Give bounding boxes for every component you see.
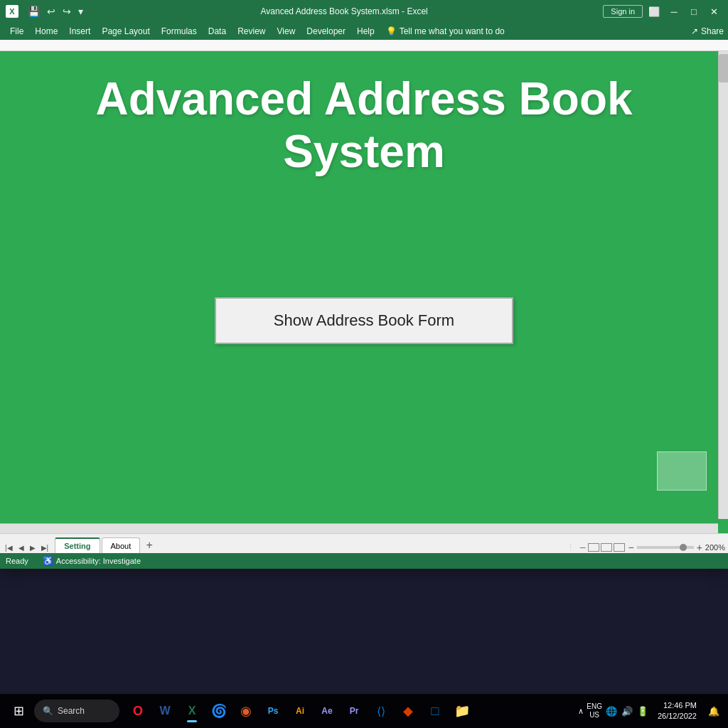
- zoom-plus-icon[interactable]: +: [697, 542, 702, 553]
- window-title: Avanced Address Book System.xlsm - Excel: [85, 6, 603, 16]
- taskbar-file-explorer[interactable]: 📁: [449, 698, 475, 724]
- sheet-content: Advanced Address Book System Show Addres…: [0, 51, 728, 533]
- zoom-level: 200%: [705, 543, 725, 552]
- maximize-button[interactable]: □: [685, 3, 702, 20]
- spreadsheet-area: Advanced Address Book System Show Addres…: [0, 51, 728, 533]
- horizontal-scrollbar[interactable]: [0, 523, 718, 533]
- tell-me-text: Tell me what you want to do: [400, 26, 505, 36]
- taskbar-search-label: Search: [58, 706, 85, 716]
- menu-file[interactable]: File: [4, 25, 29, 38]
- status-bar: Ready ♿ Accessibility: Investigate: [0, 553, 728, 569]
- tab-about[interactable]: About: [102, 537, 141, 553]
- chevron-icon[interactable]: ∧: [578, 707, 584, 716]
- share-label[interactable]: Share: [701, 26, 724, 36]
- share-area: ↗ Share: [691, 26, 724, 36]
- taskbar-vscode[interactable]: ⟨⟩: [368, 698, 394, 724]
- menu-page-layout[interactable]: Page Layout: [96, 25, 155, 38]
- zoom-area: ─ − + 200%: [580, 542, 725, 553]
- quick-access: 💾 ↩ ↪ ▾: [26, 4, 85, 18]
- taskbar-illustrator[interactable]: Ai: [287, 698, 313, 724]
- taskbar-photoshop[interactable]: Ps: [260, 698, 286, 724]
- language-indicator[interactable]: ENG US: [587, 702, 602, 719]
- ribbon-display-button[interactable]: ⬜: [646, 3, 663, 20]
- taskbar-excel[interactable]: X: [179, 698, 205, 724]
- notification-icon[interactable]: 🔔: [705, 703, 722, 719]
- small-rectangle: [657, 451, 707, 491]
- desktop: X 💾 ↩ ↪ ▾ Avanced Address Book System.xl…: [0, 0, 728, 728]
- menu-bar: File Home Insert Page Layout Formulas Da…: [0, 23, 728, 40]
- add-sheet-button[interactable]: +: [141, 537, 157, 553]
- volume-icon[interactable]: 🔊: [621, 705, 633, 717]
- start-button[interactable]: ⊞: [6, 698, 31, 724]
- sheet-nav-next[interactable]: ▶: [28, 542, 38, 553]
- app-title: Advanced Address Book System: [14, 73, 714, 178]
- redo-icon[interactable]: ↪: [60, 4, 73, 18]
- lightbulb-icon: 💡: [386, 26, 397, 36]
- taskbar-aftereffects[interactable]: Ae: [314, 698, 340, 724]
- network-icon[interactable]: 🌐: [605, 705, 618, 717]
- taskbar-opera[interactable]: O: [125, 698, 151, 724]
- taskbar-search-box[interactable]: 🔍 Search: [34, 700, 119, 722]
- taskbar-word[interactable]: W: [152, 698, 178, 724]
- tell-me-box[interactable]: 💡 Tell me what you want to do: [386, 26, 505, 36]
- sheet-tabs-right: ⋮ ─ − + 200%: [567, 542, 725, 553]
- sheet-nav: |◀ ◀ ▶ ▶|: [3, 542, 50, 553]
- taskbar-app11[interactable]: ◆: [395, 698, 421, 724]
- menu-view[interactable]: View: [272, 25, 301, 38]
- excel-icon: X: [6, 5, 18, 18]
- tab-about-label: About: [111, 542, 132, 550]
- menu-home[interactable]: Home: [29, 25, 63, 38]
- accessibility-label[interactable]: Accessibility: Investigate: [56, 557, 141, 565]
- view-page-break-icon[interactable]: [601, 543, 612, 552]
- save-icon[interactable]: 💾: [26, 4, 42, 18]
- vertical-scrollbar[interactable]: [718, 51, 728, 519]
- minimize-button[interactable]: ─: [665, 3, 682, 20]
- vertical-scroll-thumb[interactable]: [719, 54, 728, 82]
- show-address-book-form-button[interactable]: Show Address Book Form: [215, 297, 513, 344]
- system-tray: ∧ ENG US 🌐 🔊 🔋: [578, 702, 649, 719]
- ready-status: Ready: [6, 557, 28, 565]
- show-form-container: Show Address Book Form: [215, 240, 513, 344]
- menu-insert[interactable]: Insert: [63, 25, 96, 38]
- taskbar-search-icon: 🔍: [43, 706, 53, 716]
- taskbar-right: ∧ ENG US 🌐 🔊 🔋 12:46 PM 26/12/2022 🔔: [578, 699, 722, 724]
- undo-icon[interactable]: ↩: [45, 4, 58, 18]
- zoom-out-button[interactable]: ─: [580, 543, 586, 552]
- battery-icon[interactable]: 🔋: [636, 705, 649, 717]
- sheet-nav-prev[interactable]: ◀: [16, 542, 26, 553]
- tab-setting[interactable]: Setting: [55, 537, 100, 553]
- sign-in-button[interactable]: Sign in: [603, 5, 643, 18]
- close-button[interactable]: ✕: [705, 3, 722, 20]
- ribbon: [0, 40, 728, 51]
- clock-time: 12:46 PM: [658, 700, 697, 711]
- view-page-layout-icon[interactable]: [614, 543, 625, 552]
- zoom-slider[interactable]: [637, 546, 694, 549]
- clock-date: 26/12/2022: [658, 711, 697, 722]
- taskbar-app12[interactable]: □: [422, 698, 448, 724]
- title-bar-left: X 💾 ↩ ↪ ▾: [6, 4, 85, 18]
- taskbar-premiere[interactable]: Pr: [341, 698, 367, 724]
- zoom-slider-thumb[interactable]: [680, 544, 687, 551]
- accessibility-status: ♿ Accessibility: Investigate: [43, 556, 141, 566]
- taskbar-apps: O W X 🌀 ◉ Ps Ai Ae Pr ⟨⟩ ◆ □ 📁: [125, 698, 475, 724]
- system-clock[interactable]: 12:46 PM 26/12/2022: [653, 699, 701, 724]
- taskbar-app5[interactable]: ◉: [233, 698, 259, 724]
- tab-separator: ⋮: [567, 543, 574, 552]
- zoom-minus-icon[interactable]: −: [628, 542, 633, 553]
- sheet-tabs: |◀ ◀ ▶ ▶| Setting About + ⋮ ─: [0, 533, 728, 553]
- menu-data[interactable]: Data: [203, 25, 232, 38]
- taskbar-app4[interactable]: 🌀: [206, 698, 232, 724]
- title-bar-controls: Sign in ⬜ ─ □ ✕: [603, 3, 722, 20]
- menu-review[interactable]: Review: [232, 25, 271, 38]
- menu-help[interactable]: Help: [351, 25, 380, 38]
- share-icon: ↗: [691, 26, 698, 36]
- sheet-nav-first[interactable]: |◀: [3, 542, 15, 553]
- customize-qa-icon[interactable]: ▾: [76, 4, 85, 18]
- accessibility-icon: ♿: [43, 556, 53, 566]
- taskbar: ⊞ 🔍 Search O W X 🌀 ◉ Ps Ai Ae Pr ⟨: [0, 694, 728, 728]
- menu-developer[interactable]: Developer: [301, 25, 351, 38]
- menu-formulas[interactable]: Formulas: [156, 25, 203, 38]
- view-normal-icon[interactable]: [588, 543, 599, 552]
- excel-window: X 💾 ↩ ↪ ▾ Avanced Address Book System.xl…: [0, 0, 728, 569]
- sheet-nav-last[interactable]: ▶|: [39, 542, 51, 553]
